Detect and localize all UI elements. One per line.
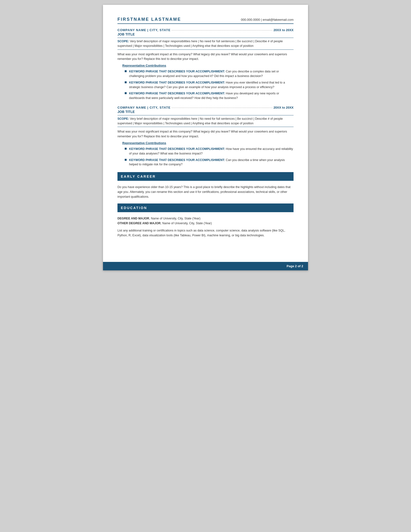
company-name-2: COMPANY NAME | CITY, STATE bbox=[118, 106, 171, 109]
bullet-text-1-3: KEYWORD PHRASE THAT DESCRIBES YOUR ACCOM… bbox=[129, 91, 293, 100]
company-name-1: COMPANY NAME | CITY, STATE bbox=[118, 28, 171, 32]
scope-text-1: Very brief description of major responsi… bbox=[118, 40, 283, 48]
job-entry-2: COMPANY NAME | CITY, STATE 20XX to 20XX … bbox=[118, 106, 293, 167]
bullet-square bbox=[125, 92, 127, 94]
bullet-text-2-1: KEYWORD PHRASE THAT DESCRIBES YOUR ACCOM… bbox=[129, 147, 293, 156]
keyword-1-2: KEYWORD PHRASE THAT DESCRIBES YOUR ACCOM… bbox=[129, 81, 225, 84]
bullet-item-1-1: KEYWORD PHRASE THAT DESCRIBES YOUR ACCOM… bbox=[125, 69, 293, 78]
rep-contrib-label-1: Representative Contributions bbox=[122, 64, 293, 67]
bullet-square bbox=[125, 70, 127, 72]
edu-degree-1: DEGREE AND MAJOR bbox=[118, 217, 149, 220]
dates-2: 20XX to 20XX bbox=[274, 106, 293, 109]
resume-page: FIRSTNAME LASTNAME 000.000.0000 | email@… bbox=[103, 5, 308, 270]
early-career-text: Do you have experience older than 10-15 … bbox=[118, 185, 293, 199]
bullet-item-1-2: KEYWORD PHRASE THAT DESCRIBES YOUR ACCOM… bbox=[125, 80, 293, 90]
job-title-2: JOB TITLE bbox=[118, 110, 293, 114]
page-number: Page 2 of 2 bbox=[287, 264, 303, 268]
impact-text-1: What was your most significant impact at… bbox=[118, 52, 293, 62]
bullet-square bbox=[125, 148, 127, 150]
dots-filler-2 bbox=[172, 108, 273, 108]
scope-text-2: Very brief description of major responsi… bbox=[118, 117, 283, 125]
edu-rest-1: , Name of University, City, State (Year) bbox=[149, 217, 201, 220]
scope-label-2: SCOPE: bbox=[118, 117, 129, 120]
job-entry-1: COMPANY NAME | CITY, STATE 20XX to 20XX … bbox=[118, 28, 293, 100]
edu-entry-2: OTHER DEGREE AND MAJOR, Name of Universi… bbox=[118, 221, 293, 226]
early-career-section-header: EARLY CAREER bbox=[118, 172, 293, 181]
dates-1: 20XX to 20XX bbox=[274, 28, 293, 32]
bullet-text-2-2: KEYWORD PHRASE THAT DESCRIBES YOUR ACCOM… bbox=[129, 158, 293, 167]
keyword-2-1: KEYWORD PHRASE THAT DESCRIBES YOUR ACCOM… bbox=[129, 147, 225, 151]
bullet-item-1-3: KEYWORD PHRASE THAT DESCRIBES YOUR ACCOM… bbox=[125, 91, 293, 100]
education-section-header: EDUCATION bbox=[118, 203, 293, 212]
scope-box-1: SCOPE: Very brief description of major r… bbox=[118, 38, 293, 50]
bullet-item-2-1: KEYWORD PHRASE THAT DESCRIBES YOUR ACCOM… bbox=[125, 147, 293, 156]
header: FIRSTNAME LASTNAME 000.000.0000 | email@… bbox=[118, 17, 293, 22]
scope-label-1: SCOPE: bbox=[118, 40, 129, 43]
keyword-2-2: KEYWORD PHRASE THAT DESCRIBES YOUR ACCOM… bbox=[129, 158, 225, 162]
header-contact: 000.000.0000 | email@fakeemail.com bbox=[241, 18, 293, 21]
bullet-square bbox=[125, 81, 127, 83]
rep-contrib-label-2: Representative Contributions bbox=[122, 141, 293, 145]
company-line-1: COMPANY NAME | CITY, STATE 20XX to 20XX bbox=[118, 28, 293, 32]
bullet-text-1-1: KEYWORD PHRASE THAT DESCRIBES YOUR ACCOM… bbox=[129, 69, 293, 78]
edu-entry-1: DEGREE AND MAJOR, Name of University, Ci… bbox=[118, 216, 293, 221]
impact-text-2: What was your most significant impact at… bbox=[118, 129, 293, 139]
dots-filler-1 bbox=[172, 30, 273, 30]
bullet-item-2-2: KEYWORD PHRASE THAT DESCRIBES YOUR ACCOM… bbox=[125, 158, 293, 167]
scope-box-2: SCOPE: Very brief description of major r… bbox=[118, 115, 293, 127]
edu-additional-text: List any additional training or certific… bbox=[118, 228, 293, 238]
bullet-text-1-2: KEYWORD PHRASE THAT DESCRIBES YOUR ACCOM… bbox=[129, 80, 293, 90]
edu-rest-2: , Name of University, City, State (Year) bbox=[161, 222, 212, 225]
company-line-2: COMPANY NAME | CITY, STATE 20XX to 20XX bbox=[118, 106, 293, 109]
header-divider bbox=[118, 23, 293, 24]
job-title-1: JOB TITLE bbox=[118, 32, 293, 36]
page-footer: Page 2 of 2 bbox=[103, 262, 308, 270]
edu-degree-2: OTHER DEGREE AND MAJOR bbox=[118, 222, 161, 225]
bullet-square bbox=[125, 159, 127, 161]
bullet-list-1: KEYWORD PHRASE THAT DESCRIBES YOUR ACCOM… bbox=[125, 69, 293, 100]
edu-entries: DEGREE AND MAJOR, Name of University, Ci… bbox=[118, 216, 293, 226]
keyword-1-3: KEYWORD PHRASE THAT DESCRIBES YOUR ACCOM… bbox=[129, 92, 225, 95]
keyword-1-1: KEYWORD PHRASE THAT DESCRIBES YOUR ACCOM… bbox=[129, 70, 225, 73]
bullet-list-2: KEYWORD PHRASE THAT DESCRIBES YOUR ACCOM… bbox=[125, 147, 293, 167]
header-name: FIRSTNAME LASTNAME bbox=[118, 17, 181, 22]
